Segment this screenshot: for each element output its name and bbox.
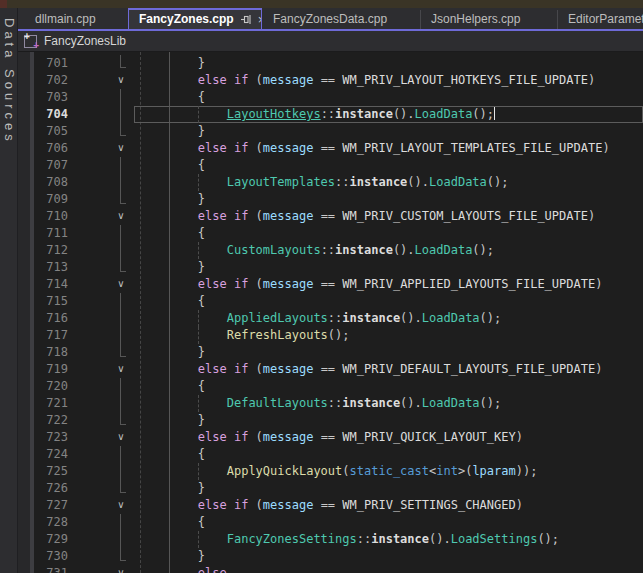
fold-chevron-icon[interactable]: ∨ bbox=[115, 361, 127, 377]
code-text: LayoutHotkeys::instance().LoadData(); bbox=[140, 106, 495, 123]
line-number: 725 bbox=[32, 463, 68, 480]
code-line[interactable]: 705 } bbox=[18, 123, 643, 140]
line-number: 721 bbox=[32, 395, 68, 412]
code-line[interactable]: 712 CustomLayouts::instance().LoadData()… bbox=[18, 242, 643, 259]
fold-extent-line bbox=[120, 89, 121, 106]
tab-label: FancyZones.cpp bbox=[129, 10, 240, 29]
code-line[interactable]: 713 } bbox=[18, 259, 643, 276]
breadcrumb-project[interactable]: FancyZonesLib bbox=[44, 34, 126, 48]
code-line[interactable]: 708 LayoutTemplates::instance().LoadData… bbox=[18, 174, 643, 191]
fold-chevron-icon[interactable]: ∨ bbox=[115, 276, 127, 292]
line-number: 723 bbox=[32, 429, 68, 446]
code-line[interactable]: 729 FancyZonesSettings::instance().LoadS… bbox=[18, 531, 643, 548]
code-line[interactable]: 719∨ else if (message == WM_PRIV_DEFAULT… bbox=[18, 361, 643, 378]
code-line[interactable]: 716 AppliedLayouts::instance().LoadData(… bbox=[18, 310, 643, 327]
line-number: 716 bbox=[32, 310, 68, 327]
code-line[interactable]: 726 } bbox=[18, 480, 643, 497]
code-line[interactable]: 725 ApplyQuickLayout(static_cast<int>(lp… bbox=[18, 463, 643, 480]
code-line[interactable]: 718 } bbox=[18, 344, 643, 361]
code-text: else if (message == WM_PRIV_DEFAULT_LAYO… bbox=[140, 361, 602, 378]
line-number: 731 bbox=[32, 565, 68, 573]
fold-chevron-icon[interactable]: ∨ bbox=[115, 208, 127, 224]
line-number: 701 bbox=[32, 55, 68, 72]
fold-chevron-icon[interactable]: ∨ bbox=[115, 565, 127, 573]
fold-extent-line bbox=[120, 480, 121, 492]
tab-label: JsonHelpers.cpp bbox=[421, 12, 530, 26]
code-text: } bbox=[140, 123, 205, 140]
pin-icon[interactable] bbox=[240, 13, 253, 26]
code-lines: 701 }702∨ else if (message == WM_PRIV_LA… bbox=[18, 55, 643, 573]
line-number: 727 bbox=[32, 497, 68, 514]
fold-extent-line bbox=[120, 259, 121, 271]
code-text: else bbox=[140, 565, 227, 573]
code-line[interactable]: 710∨ else if (message == WM_PRIV_CUSTOM_… bbox=[18, 208, 643, 225]
line-number: 720 bbox=[32, 378, 68, 395]
code-line[interactable]: 722 } bbox=[18, 412, 643, 429]
side-tab-data-sources[interactable]: Data Sources bbox=[2, 18, 17, 145]
line-number: 707 bbox=[32, 157, 68, 174]
code-text: } bbox=[140, 548, 205, 565]
code-line[interactable]: 723∨ else if (message == WM_PRIV_QUICK_L… bbox=[18, 429, 643, 446]
tab-jsonhelpers-cpp[interactable]: JsonHelpers.cpp bbox=[421, 10, 558, 29]
fold-extent-line bbox=[120, 446, 121, 463]
fold-chevron-icon[interactable]: ∨ bbox=[115, 429, 127, 445]
fold-chevron-icon[interactable]: ∨ bbox=[115, 140, 127, 156]
code-line[interactable]: 709 } bbox=[18, 191, 643, 208]
code-text: } bbox=[140, 344, 205, 361]
code-line[interactable]: 724 { bbox=[18, 446, 643, 463]
code-text: { bbox=[140, 157, 205, 174]
fold-extent-line bbox=[120, 67, 126, 68]
fold-extent-line bbox=[120, 293, 121, 310]
close-icon[interactable]: × bbox=[258, 13, 262, 26]
fold-extent-line bbox=[120, 548, 121, 560]
fold-extent-line bbox=[120, 174, 121, 191]
code-line[interactable]: 727∨ else if (message == WM_PRIV_SETTING… bbox=[18, 497, 643, 514]
fold-extent-line bbox=[120, 55, 121, 67]
fold-extent-line bbox=[120, 463, 121, 480]
code-editor: 701 }702∨ else if (message == WM_PRIV_LA… bbox=[18, 52, 643, 573]
code-line[interactable]: 701 } bbox=[18, 55, 643, 72]
fold-extent-line bbox=[120, 395, 121, 412]
code-line[interactable]: 714∨ else if (message == WM_PRIV_APPLIED… bbox=[18, 276, 643, 293]
line-number: 703 bbox=[32, 89, 68, 106]
code-text: { bbox=[140, 225, 205, 242]
code-line[interactable]: 715 { bbox=[18, 293, 643, 310]
code-line[interactable]: 706∨ else if (message == WM_PRIV_LAYOUT_… bbox=[18, 140, 643, 157]
code-line[interactable]: 717 RefreshLayouts(); bbox=[18, 327, 643, 344]
fold-extent-line bbox=[120, 123, 121, 135]
code-line[interactable]: 711 { bbox=[18, 225, 643, 242]
code-line[interactable]: 703 { bbox=[18, 89, 643, 106]
code-line[interactable]: 728 { bbox=[18, 514, 643, 531]
code-text: } bbox=[140, 480, 205, 497]
line-number: 724 bbox=[32, 446, 68, 463]
fold-extent-line bbox=[120, 560, 126, 561]
code-text: AppliedLayouts::instance().LoadData(); bbox=[140, 310, 501, 327]
code-line[interactable]: 707 { bbox=[18, 157, 643, 174]
code-line[interactable]: 721 DefaultLayouts::instance().LoadData(… bbox=[18, 395, 643, 412]
code-line[interactable]: 704 LayoutHotkeys::instance().LoadData()… bbox=[18, 106, 643, 123]
fold-chevron-icon[interactable]: ∨ bbox=[115, 497, 127, 513]
fold-extent-line bbox=[120, 378, 121, 395]
line-number: 710 bbox=[32, 208, 68, 225]
fold-extent-line bbox=[120, 191, 121, 203]
code-text: ApplyQuickLayout(static_cast<int>(lparam… bbox=[140, 463, 537, 480]
code-text: { bbox=[140, 514, 205, 531]
line-number: 715 bbox=[32, 293, 68, 310]
tab-dllmain-cpp[interactable]: dllmain.cpp bbox=[25, 10, 125, 29]
code-line[interactable]: 720 { bbox=[18, 378, 643, 395]
code-text: RefreshLayouts(); bbox=[140, 327, 350, 344]
fold-extent-line bbox=[120, 344, 121, 356]
fold-chevron-icon[interactable]: ∨ bbox=[115, 72, 127, 88]
code-line[interactable]: 730 } bbox=[18, 548, 643, 565]
fold-extent-line bbox=[120, 203, 126, 204]
title-bar-strip bbox=[0, 0, 643, 8]
code-text: { bbox=[140, 378, 205, 395]
code-line[interactable]: 702∨ else if (message == WM_PRIV_LAYOUT_… bbox=[18, 72, 643, 89]
line-number: 708 bbox=[32, 174, 68, 191]
tab-fancyzonesdata-cpp[interactable]: FancyZonesData.cpp bbox=[263, 10, 421, 29]
tab-editorparamete[interactable]: EditorParamete bbox=[558, 10, 643, 29]
fold-extent-line bbox=[120, 356, 126, 357]
code-line[interactable]: 731∨ else bbox=[18, 565, 643, 573]
line-number: 730 bbox=[32, 548, 68, 565]
tab-fancyzones-cpp[interactable]: FancyZones.cpp× bbox=[128, 8, 262, 29]
